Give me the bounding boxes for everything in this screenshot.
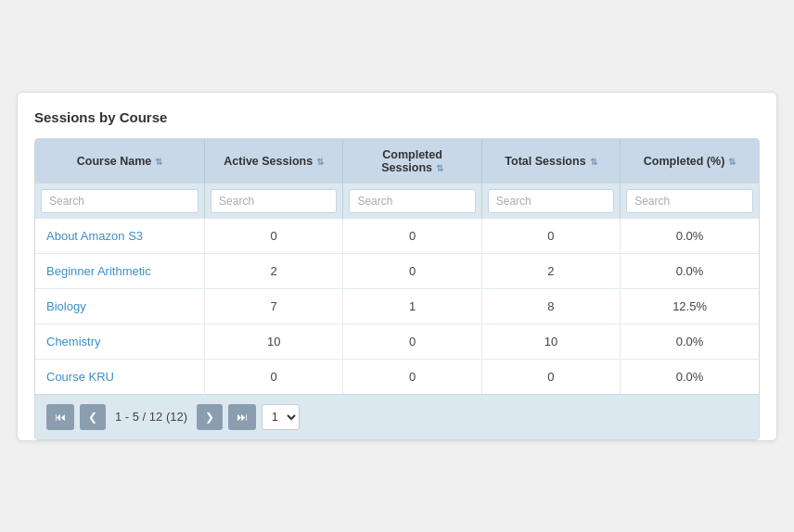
cell-completed_sessions: 0 xyxy=(343,253,481,288)
sort-icon: ⇅ xyxy=(316,157,324,167)
cell-course_name: Chemistry xyxy=(35,323,205,359)
cell-active_sessions: 10 xyxy=(205,323,343,359)
card-title: Sessions by Course xyxy=(34,109,760,125)
cell-total_sessions: 0 xyxy=(481,359,620,394)
sort-icon: ⇅ xyxy=(436,163,443,173)
col-header-total_sessions[interactable]: Total Sessions ⇅ xyxy=(481,139,620,184)
course-link[interactable]: Chemistry xyxy=(46,335,101,348)
search-input-total_sessions[interactable] xyxy=(488,189,614,213)
search-cell-active_sessions xyxy=(205,184,343,219)
cell-course_name: Biology xyxy=(35,288,205,323)
pagination-range: 1 - 5 / 12 (12) xyxy=(115,410,187,424)
page-select[interactable]: 1 2 3 xyxy=(262,404,300,430)
cell-total_sessions: 0 xyxy=(481,219,620,254)
search-row xyxy=(35,184,759,219)
course-link[interactable]: Course KRU xyxy=(46,370,114,384)
col-header-course_name[interactable]: Course Name ⇅ xyxy=(35,139,205,184)
cell-course_name: Course KRU xyxy=(35,359,205,394)
col-label: CompletedSessions xyxy=(381,148,442,174)
search-input-completed_pct[interactable] xyxy=(626,189,753,213)
col-label: Course Name xyxy=(77,155,152,168)
search-input-course_name[interactable] xyxy=(41,189,198,213)
course-link[interactable]: About Amazon S3 xyxy=(46,229,143,243)
cell-active_sessions: 0 xyxy=(205,359,343,394)
table-row: Course KRU0000.0% xyxy=(35,359,759,394)
cell-completed_sessions: 0 xyxy=(343,359,481,394)
cell-completed_pct: 0.0% xyxy=(621,359,759,394)
sort-icon: ⇅ xyxy=(728,157,736,167)
col-label: Active Sessions xyxy=(224,155,313,168)
table-header-row: Course Name ⇅Active Sessions ⇅CompletedS… xyxy=(35,139,759,184)
col-header-completed_pct[interactable]: Completed (%) ⇅ xyxy=(621,139,759,184)
cell-total_sessions: 10 xyxy=(481,323,620,359)
table-body: About Amazon S30000.0%Beginner Arithmeti… xyxy=(35,219,759,394)
cell-completed_pct: 12.5% xyxy=(621,288,759,323)
cell-course_name: Beginner Arithmetic xyxy=(35,253,205,288)
table-wrapper: Course Name ⇅Active Sessions ⇅CompletedS… xyxy=(34,138,760,440)
col-header-active_sessions[interactable]: Active Sessions ⇅ xyxy=(205,139,343,184)
cell-completed_pct: 0.0% xyxy=(621,219,759,254)
prev-page-button[interactable]: ❮ xyxy=(80,404,106,430)
col-label: Total Sessions xyxy=(505,155,585,168)
cell-completed_sessions: 0 xyxy=(343,323,481,359)
search-input-completed_sessions[interactable] xyxy=(349,189,475,213)
table-row: Biology71812.5% xyxy=(35,288,759,323)
col-header-completed_sessions[interactable]: CompletedSessions ⇅ xyxy=(343,139,481,184)
table-row: Chemistry100100.0% xyxy=(35,323,759,359)
cell-course_name: About Amazon S3 xyxy=(35,219,205,254)
sort-icon: ⇅ xyxy=(155,157,162,167)
sort-icon: ⇅ xyxy=(590,157,597,167)
table-row: About Amazon S30000.0% xyxy=(35,219,759,254)
search-cell-total_sessions xyxy=(481,184,620,219)
cell-completed_pct: 0.0% xyxy=(621,323,759,359)
sessions-table: Course Name ⇅Active Sessions ⇅CompletedS… xyxy=(35,139,759,394)
cell-total_sessions: 2 xyxy=(481,253,620,288)
search-cell-course_name xyxy=(35,184,205,219)
sessions-by-course-card: Sessions by Course Course Name ⇅Active S… xyxy=(17,92,777,441)
cell-active_sessions: 0 xyxy=(205,219,343,254)
course-link[interactable]: Biology xyxy=(46,299,86,313)
pagination-row: ⏮ ❮ 1 - 5 / 12 (12) ❯ ⏭ 1 2 3 xyxy=(35,394,759,439)
cell-completed_pct: 0.0% xyxy=(621,253,759,288)
cell-active_sessions: 7 xyxy=(205,288,343,323)
cell-completed_sessions: 0 xyxy=(343,219,481,254)
next-page-button[interactable]: ❯ xyxy=(197,404,223,430)
table-row: Beginner Arithmetic2020.0% xyxy=(35,253,759,288)
cell-total_sessions: 8 xyxy=(481,288,620,323)
first-page-button[interactable]: ⏮ xyxy=(46,404,74,430)
search-cell-completed_sessions xyxy=(343,184,481,219)
cell-completed_sessions: 1 xyxy=(343,288,481,323)
course-link[interactable]: Beginner Arithmetic xyxy=(46,264,151,278)
search-input-active_sessions[interactable] xyxy=(211,189,337,213)
search-cell-completed_pct xyxy=(621,184,759,219)
last-page-button[interactable]: ⏭ xyxy=(228,404,256,430)
col-label: Completed (%) xyxy=(644,155,725,168)
cell-active_sessions: 2 xyxy=(205,253,343,288)
